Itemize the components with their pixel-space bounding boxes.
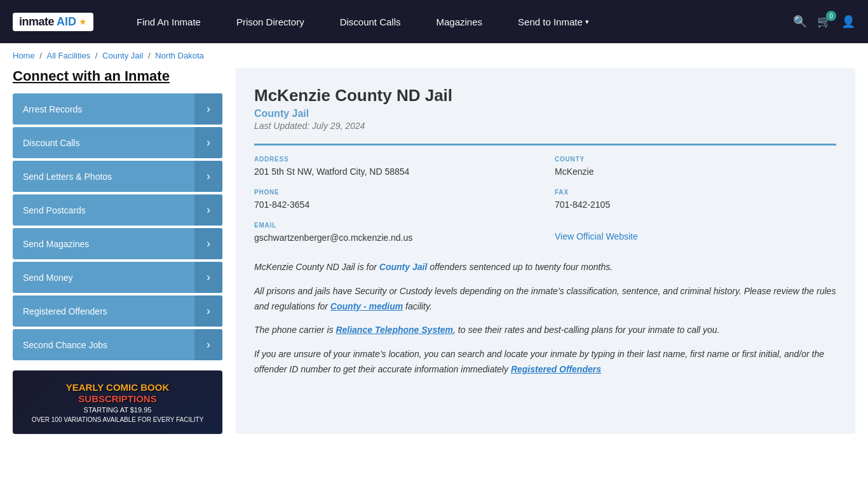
search-icon[interactable]: 🔍 xyxy=(793,15,807,29)
breadcrumb-county-jail[interactable]: County Jail xyxy=(102,51,143,60)
sidebar-title: Connect with an Inmate xyxy=(13,68,222,85)
nav-icons: 🔍 🛒 0 👤 xyxy=(793,15,855,29)
breadcrumb-all-facilities[interactable]: All Facilities xyxy=(47,51,91,60)
sidebar-advertisement[interactable]: YEARLY COMIC BOOK SUBSCRIPTIONS STARTING… xyxy=(13,370,222,434)
nav-find-inmate[interactable]: Find An Inmate xyxy=(119,0,219,43)
email-block: EMAIL gschwartzenberger@co.mckenzie.nd.u… xyxy=(254,222,536,245)
county-jail-link[interactable]: County Jail xyxy=(379,262,427,272)
cart-badge: 0 xyxy=(826,11,836,21)
fax-label: FAX xyxy=(555,189,836,196)
address-value: 201 5th St NW, Watford City, ND 58854 xyxy=(254,165,536,179)
address-block: ADDRESS 201 5th St NW, Watford City, ND … xyxy=(254,156,536,179)
nav-prison-directory[interactable]: Prison Directory xyxy=(219,0,322,43)
nav-discount-calls[interactable]: Discount Calls xyxy=(322,0,419,43)
desc-para3: The phone carrier is Reliance Telephone … xyxy=(254,323,836,338)
desc-para1: McKenzie County ND Jail is for County Ja… xyxy=(254,260,836,275)
county-medium-link[interactable]: County - medium xyxy=(330,301,403,311)
fax-value: 701-842-2105 xyxy=(555,198,836,212)
nav-links: Find An Inmate Prison Directory Discount… xyxy=(119,0,793,43)
breadcrumb-north-dakota[interactable]: North Dakota xyxy=(155,51,204,60)
user-icon[interactable]: 👤 xyxy=(841,15,855,29)
address-label: ADDRESS xyxy=(254,156,536,163)
desc-para2: All prisons and jails have Security or C… xyxy=(254,284,836,315)
cart-icon[interactable]: 🛒 0 xyxy=(817,15,831,29)
facility-description: McKenzie County ND Jail is for County Ja… xyxy=(254,260,836,377)
phone-carrier-link[interactable]: Reliance Telephone System xyxy=(336,325,453,335)
facility-type: County Jail xyxy=(254,108,836,119)
ad-title-line1: YEARLY COMIC BOOK xyxy=(32,382,204,393)
facility-content: McKenzie County ND Jail County Jail Last… xyxy=(235,68,855,434)
sidebar-btn-send-postcards[interactable]: Send Postcards › xyxy=(13,194,222,226)
phone-block: PHONE 701-842-3654 xyxy=(254,189,536,212)
sidebar-btn-send-money[interactable]: Send Money › xyxy=(13,262,222,293)
breadcrumb-home[interactable]: Home xyxy=(13,51,35,60)
facility-updated: Last Updated: July 29, 2024 xyxy=(254,121,836,131)
sidebar-btn-send-letters[interactable]: Send Letters & Photos › xyxy=(13,161,222,192)
main-container: Connect with an Inmate Arrest Records › … xyxy=(0,68,868,453)
email-label: EMAIL xyxy=(254,222,536,229)
ad-title-line2: SUBSCRIPTIONS xyxy=(32,393,204,405)
arrow-icon: › xyxy=(194,194,222,226)
sidebar-btn-discount-calls[interactable]: Discount Calls › xyxy=(13,127,222,158)
view-official-website-link[interactable]: View Official Website xyxy=(555,231,638,241)
arrow-icon: › xyxy=(194,262,222,293)
sidebar-btn-arrest-records[interactable]: Arrest Records › xyxy=(13,93,222,125)
desc-para4: If you are unsure of your inmate’s locat… xyxy=(254,347,836,377)
email-value: gschwartzenberger@co.mckenzie.nd.us xyxy=(254,231,536,245)
county-block: COUNTY McKenzie xyxy=(555,156,836,179)
phone-label: PHONE xyxy=(254,189,536,196)
fax-block: FAX 701-842-2105 xyxy=(555,189,836,212)
arrow-icon: › xyxy=(194,329,222,360)
county-value: McKenzie xyxy=(555,165,836,179)
arrow-icon: › xyxy=(194,93,222,125)
breadcrumb: Home / All Facilities / County Jail / No… xyxy=(0,43,868,68)
county-label: COUNTY xyxy=(555,156,836,163)
phone-value: 701-842-3654 xyxy=(254,198,536,212)
arrow-icon: › xyxy=(194,161,222,192)
arrow-icon: › xyxy=(194,127,222,158)
ad-sub: OVER 100 VARIATIONS AVAILABLE FOR EVERY … xyxy=(32,416,204,423)
sidebar: Connect with an Inmate Arrest Records › … xyxy=(13,68,222,434)
nav-send-to-inmate[interactable]: Send to Inmate▾ xyxy=(500,0,607,43)
ad-price: STARTING AT $19.95 xyxy=(32,406,204,414)
website-block: View Official Website xyxy=(555,222,836,245)
sidebar-btn-registered-offenders[interactable]: Registered Offenders › xyxy=(13,295,222,327)
facility-title: McKenzie County ND Jail xyxy=(254,86,836,105)
sidebar-btn-second-chance-jobs[interactable]: Second Chance Jobs › xyxy=(13,329,222,360)
registered-offenders-link[interactable]: Registered Offenders xyxy=(511,364,601,374)
arrow-icon: › xyxy=(194,228,222,259)
nav-magazines[interactable]: Magazines xyxy=(419,0,501,43)
sidebar-btn-send-magazines[interactable]: Send Magazines › xyxy=(13,228,222,259)
arrow-icon: › xyxy=(194,295,222,327)
facility-info-grid: ADDRESS 201 5th St NW, Watford City, ND … xyxy=(254,144,836,245)
logo[interactable]: inmate AID ★ xyxy=(13,13,93,31)
